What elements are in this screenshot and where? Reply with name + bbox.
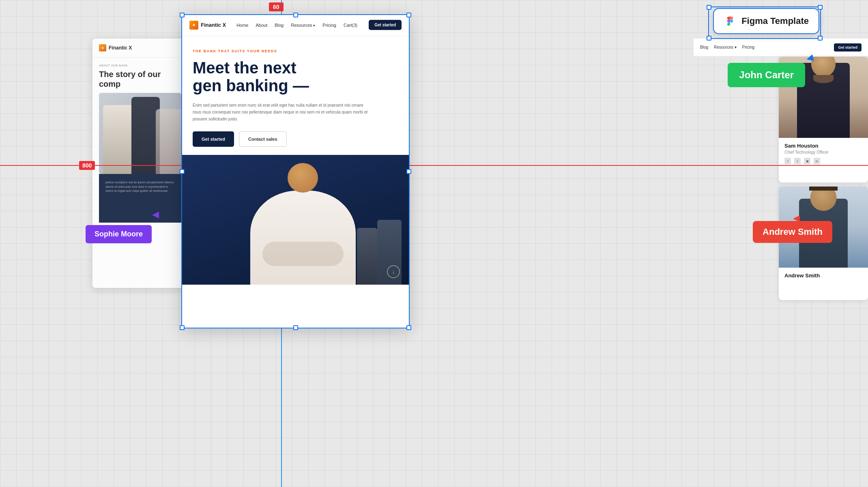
main-nav-logo-text: Finantic X	[201, 22, 226, 28]
horizontal-guide	[0, 165, 868, 166]
get-started-button[interactable]: Get started	[193, 131, 234, 147]
team-card-2-name: Andrew Smith	[784, 272, 862, 279]
figma-handle-tl[interactable]	[707, 5, 711, 10]
team-card-2-info: Andrew Smith	[779, 268, 868, 285]
right-nav-resources[interactable]: Resources ▾	[714, 45, 737, 49]
john-carter-badge: John Carter	[728, 63, 805, 87]
nav-get-started-button[interactable]: Get started	[369, 20, 402, 30]
main-nav-links: Home About Blog Resources Pricing Cart(3…	[236, 23, 359, 28]
figma-badge-text: Figma Template	[741, 16, 809, 26]
figma-handle-tr[interactable]	[818, 5, 823, 10]
left-panel-header: Finantic X	[92, 39, 188, 58]
main-nav-logo: Finantic X	[189, 21, 226, 30]
nav-cart[interactable]: Cart(3)	[344, 23, 357, 28]
nav-home[interactable]: Home	[236, 23, 248, 28]
andrew-cursor: ◀	[793, 213, 800, 223]
left-dark-text: parlour excepteur sed do ipsum sed partu…	[105, 180, 175, 193]
sophie-cursor: ◀	[152, 209, 159, 220]
main-nav: Finantic X Home About Blog Resources Pri…	[181, 14, 410, 36]
linkedin-icon[interactable]: in	[814, 158, 820, 164]
left-section-label: ABOUT OUR BANK	[99, 64, 181, 67]
left-dark-section: parlour excepteur sed do ipsum sed partu…	[99, 174, 181, 223]
twitter-icon[interactable]: t	[794, 158, 801, 164]
instagram-icon[interactable]: ◉	[804, 158, 810, 164]
contact-sales-button[interactable]: Contact sales	[239, 131, 287, 147]
nav-resources[interactable]: Resources	[291, 23, 315, 28]
team-card-1-role: Chief Technology Officer	[784, 150, 862, 154]
hero-title: Meet the next gen banking —	[193, 59, 398, 94]
vertical-guide-label: 60	[269, 2, 284, 11]
facebook-icon[interactable]: f	[784, 158, 791, 164]
main-hero: THE BANK THAT SUITS YOUR NEEDS Meet the …	[181, 36, 410, 155]
scroll-indicator[interactable]: ↓	[387, 265, 400, 278]
left-panel-body: ABOUT OUR BANK The story of our comp par…	[92, 58, 188, 229]
right-nav-pricing[interactable]: Pricing	[742, 45, 755, 49]
right-nav-cta[interactable]: Get started	[834, 43, 862, 51]
main-nav-logo-icon	[189, 21, 198, 30]
horizontal-guide-label: 800	[79, 161, 95, 170]
left-logo-icon	[99, 44, 106, 51]
left-heading: The story of our comp	[99, 69, 181, 89]
left-panel: Finantic X ABOUT OUR BANK The story of o…	[92, 39, 188, 288]
right-team-card-2: Andrew Smith	[779, 187, 868, 300]
figma-logo-icon	[724, 15, 737, 28]
nav-pricing[interactable]: Pricing	[322, 23, 336, 28]
nav-about[interactable]: About	[256, 23, 267, 28]
right-partial-nav: Blog Resources ▾ Pricing Get started	[694, 39, 868, 56]
team-card-1-socials: f t ◉ in	[784, 158, 862, 164]
andrew-smith-badge: Andrew Smith	[753, 221, 832, 243]
team-card-1-name: Sam Houston	[784, 143, 862, 149]
team-card-1-info: Sam Houston Chief Technology Officer f t…	[779, 138, 868, 169]
main-panel: Finantic X Home About Blog Resources Pri…	[181, 14, 410, 328]
right-nav-blog[interactable]: Blog	[700, 45, 708, 49]
hero-description: Enim sed parturient sem enim nunc sit er…	[193, 102, 371, 122]
left-logo-text: Finantic X	[109, 45, 132, 51]
canvas: 800 60 Finantic X ABOUT OUR BANK The sto…	[0, 0, 868, 487]
hero-tag: THE BANK THAT SUITS YOUR NEEDS	[193, 49, 398, 53]
hero-image: ↓	[181, 155, 410, 285]
sophie-moore-badge: Sophie Moore	[86, 225, 152, 243]
left-image	[99, 93, 181, 174]
figma-template-badge: Figma Template	[713, 8, 819, 34]
nav-blog[interactable]: Blog	[275, 23, 284, 28]
hero-buttons: Get started Contact sales	[193, 131, 398, 147]
